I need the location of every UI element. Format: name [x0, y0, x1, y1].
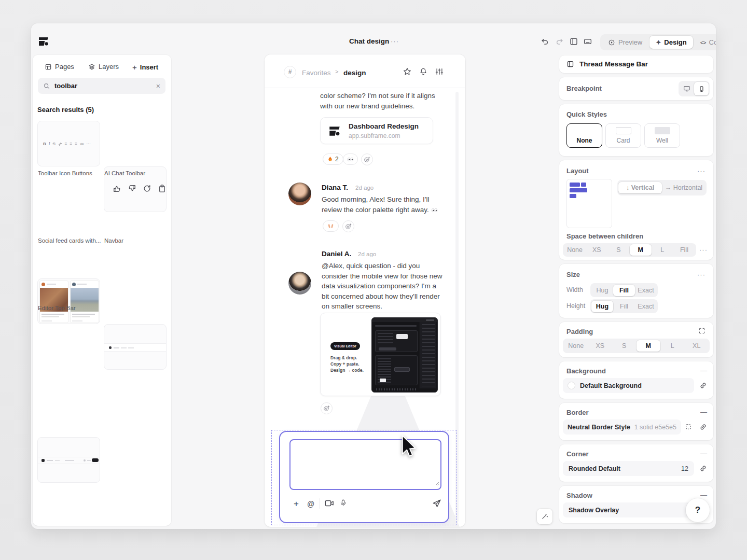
background-section: Background — Default Background: [559, 361, 713, 399]
mode-switcher: Preview ✦ Design <> Code: [600, 34, 716, 50]
code-icon: <>: [700, 39, 706, 46]
collapse-section-icon[interactable]: —: [700, 408, 707, 416]
result-editor-top-bar[interactable]: [37, 437, 100, 483]
spacing-fill[interactable]: Fill: [673, 244, 695, 256]
corner-token-name: Rounded Default: [569, 465, 620, 472]
attachment-image-card[interactable]: Visual Editor Drag & drop. Copy + paste.…: [320, 313, 441, 396]
width-exact[interactable]: Exact: [635, 285, 657, 296]
add-reaction-button[interactable]: [361, 153, 373, 165]
tab-preview[interactable]: Preview: [602, 36, 648, 49]
attachment-tagline: Drag & drop. Copy + paste. Design → code…: [330, 355, 364, 373]
corner-token-row[interactable]: Rounded Default 12: [563, 461, 694, 476]
keyboard-shortcuts-icon[interactable]: [583, 37, 592, 46]
tab-design[interactable]: ✦ Design: [649, 36, 693, 49]
mobile-breakpoint-icon[interactable]: [694, 82, 709, 95]
search-input[interactable]: [54, 82, 137, 90]
direction-horizontal[interactable]: → Horizontal: [662, 182, 706, 193]
padding-m[interactable]: M: [637, 340, 661, 352]
background-token-row[interactable]: Default Background: [563, 378, 694, 393]
result-label: Social feed cards with...: [38, 237, 101, 244]
thread-message-bar-component[interactable]: + @: [279, 431, 449, 523]
padding-l[interactable]: L: [660, 340, 685, 352]
breakpoint-section: Breakpoint: [559, 77, 713, 100]
sparkle-icon: ✦: [656, 39, 661, 46]
collapse-section-icon[interactable]: —: [700, 491, 707, 499]
add-reaction-button[interactable]: [321, 402, 333, 414]
collapse-section-icon[interactable]: —: [700, 367, 707, 374]
redo-icon[interactable]: [555, 37, 564, 46]
video-icon[interactable]: [325, 499, 334, 507]
message-author: Diana T.: [322, 184, 348, 191]
attach-plus-icon[interactable]: +: [294, 499, 299, 509]
quick-style-card[interactable]: Card: [605, 123, 641, 148]
breadcrumb-parent[interactable]: Favorites: [302, 69, 331, 77]
reaction-raised-hands[interactable]: [323, 220, 339, 232]
spacing-s[interactable]: S: [607, 244, 629, 256]
shadow-token-row[interactable]: Shadow Overlay: [563, 502, 694, 517]
resize-handle-icon[interactable]: [435, 479, 439, 488]
height-exact[interactable]: Exact: [635, 301, 657, 312]
magic-wand-button[interactable]: [537, 509, 552, 524]
result-navbar[interactable]: [104, 324, 167, 370]
desktop-breakpoint-icon[interactable]: [680, 83, 694, 94]
padding-none[interactable]: None: [564, 340, 588, 352]
breadcrumb-current[interactable]: design: [343, 69, 366, 77]
send-icon[interactable]: [432, 499, 441, 508]
border-token-row[interactable]: Neutral Border Style 1 solid e5e5e5: [563, 419, 681, 435]
width-hug[interactable]: Hug: [591, 285, 613, 296]
height-hug[interactable]: Hug: [591, 301, 613, 312]
padding-xs[interactable]: XS: [588, 340, 613, 352]
spacing-none[interactable]: None: [564, 244, 586, 256]
tab-layers[interactable]: Layers: [88, 63, 119, 71]
layers-icon: [88, 63, 95, 71]
title-menu-button[interactable]: ···: [391, 37, 399, 45]
layout-menu-icon[interactable]: ···: [697, 167, 706, 175]
insert-button[interactable]: + Insert: [132, 63, 158, 72]
add-reaction-button[interactable]: [342, 220, 354, 232]
spacing-m[interactable]: M: [630, 244, 652, 256]
size-menu-icon[interactable]: ···: [697, 271, 706, 278]
clear-search-icon[interactable]: ×: [156, 82, 160, 90]
document-title: Chat design: [349, 37, 389, 45]
component-panel-icon: [566, 60, 574, 68]
result-social-feed-cards[interactable]: [37, 278, 100, 324]
component-search[interactable]: ×: [38, 78, 165, 94]
reaction-eyes[interactable]: [343, 153, 358, 165]
padding-s[interactable]: S: [612, 340, 637, 352]
result-label: Toolbar Icon Buttons: [38, 170, 92, 176]
link-token-icon[interactable]: [699, 465, 707, 472]
toggle-sidebar-icon[interactable]: [569, 37, 578, 46]
link-preview-card[interactable]: Dashboard Redesign app.subframe.com: [320, 117, 433, 144]
tab-pages[interactable]: Pages: [45, 63, 74, 71]
favorite-star-icon[interactable]: [403, 67, 412, 76]
reaction-fire[interactable]: 2: [323, 153, 343, 165]
collapse-section-icon[interactable]: —: [700, 450, 707, 457]
padding-xl[interactable]: XL: [685, 340, 709, 352]
undo-icon[interactable]: [541, 37, 549, 46]
quick-style-well[interactable]: Well: [644, 123, 680, 148]
microphone-icon[interactable]: [339, 498, 347, 508]
notifications-bell-icon[interactable]: [419, 67, 428, 76]
spacing-l[interactable]: L: [652, 244, 673, 256]
spacing-xs[interactable]: XS: [586, 244, 607, 256]
message-textarea[interactable]: [289, 439, 441, 490]
spacing-menu-icon[interactable]: ···: [699, 246, 708, 254]
help-button[interactable]: ?: [686, 498, 710, 522]
canvas-artboard[interactable]: # Favorites > design color scheme? I'm n…: [265, 54, 465, 527]
link-token-icon[interactable]: [699, 423, 707, 431]
app-logo-icon[interactable]: [37, 35, 50, 48]
height-fill[interactable]: Fill: [613, 301, 635, 312]
link-token-icon[interactable]: [699, 382, 707, 389]
link-url: app.subframe.com: [349, 132, 400, 139]
height-label: Height: [566, 302, 585, 310]
width-fill[interactable]: Fill: [613, 285, 635, 296]
result-toolbar-icon-buttons[interactable]: B I S ≡ ≡ ≡ <> ⋯: [37, 121, 100, 166]
quick-style-none[interactable]: None: [566, 123, 602, 148]
border-sides-icon[interactable]: [685, 423, 692, 430]
tab-code[interactable]: <> Code: [694, 36, 716, 49]
channel-settings-icon[interactable]: [435, 67, 444, 76]
direction-vertical[interactable]: ↓ Vertical: [618, 182, 662, 193]
mention-icon[interactable]: @: [307, 500, 314, 508]
section-label: Corner: [566, 450, 589, 458]
padding-sides-icon[interactable]: [698, 327, 706, 334]
